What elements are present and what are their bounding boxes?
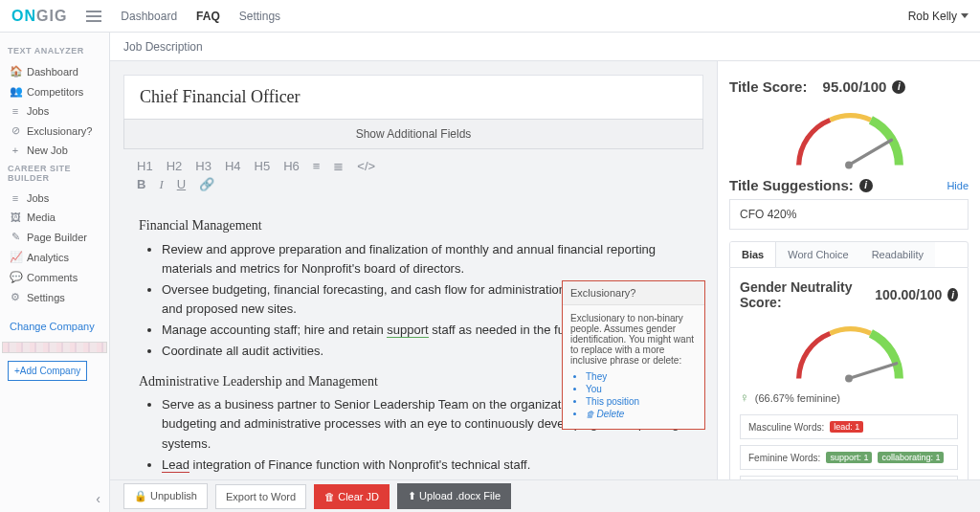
- clear-jd-button[interactable]: 🗑 Clear JD: [314, 484, 390, 509]
- masculine-words-row: Masculine Words: lead: 1: [740, 414, 958, 439]
- chart-icon: 📈: [10, 251, 21, 263]
- people-icon: 👥: [10, 85, 21, 98]
- title-suggestions-heading: Title Suggestions: i: [729, 177, 873, 193]
- underline-button[interactable]: U: [177, 177, 186, 192]
- gender-neutrality-heading: Gender Neutrality Score: 100.00/100i: [740, 279, 958, 310]
- bold-button[interactable]: B: [137, 177, 145, 192]
- popup-option[interactable]: You: [586, 384, 697, 394]
- sidebar-sec2-title: CAREER SITE BUILDER: [8, 164, 101, 183]
- breadcrumb: Job Description: [110, 33, 980, 61]
- sidebar-jobs-csb[interactable]: ≡Jobs: [8, 189, 101, 208]
- gender-neutrality-gauge: [772, 316, 925, 385]
- sidebar-comments[interactable]: 💬Comments: [8, 267, 101, 287]
- list-item: Review and approve preparation and final…: [162, 240, 688, 278]
- link-button[interactable]: 🔗: [199, 177, 214, 192]
- italic-button[interactable]: I: [159, 177, 163, 192]
- info-icon[interactable]: i: [947, 288, 958, 301]
- pencil-icon: ✎: [10, 231, 21, 243]
- ol-button[interactable]: ≣: [333, 159, 344, 173]
- plus-icon: +: [10, 145, 21, 156]
- upload-docx-button[interactable]: ⬆ Upload .docx File: [397, 483, 511, 509]
- sidebar-new-job[interactable]: +New Job: [8, 141, 101, 160]
- title-score-heading: Title Score: 95.00/100 i: [729, 78, 969, 95]
- list-icon: ≡: [10, 192, 21, 204]
- caret-down-icon: [961, 13, 969, 18]
- user-name: Rob Kelly: [908, 10, 957, 23]
- feminine-percent: ♀ (66.67% feminine): [740, 390, 958, 405]
- image-icon: 🖼: [10, 211, 21, 223]
- unpublish-button[interactable]: 🔒 Unpublish: [123, 483, 208, 509]
- add-company-button[interactable]: +Add Company: [8, 361, 87, 381]
- tab-word-choice[interactable]: Word Choice: [776, 242, 859, 267]
- sidebar-jobs-ta[interactable]: ≡Jobs: [8, 101, 101, 121]
- popup-option[interactable]: They: [586, 371, 697, 382]
- comment-icon: 💬: [10, 271, 21, 283]
- sidebar-exclusionary[interactable]: ⊘Exclusionary?: [8, 121, 101, 141]
- editor-toolbar: H1 H2 H3 H4 H5 H6 ≡ ≣ </>: [123, 149, 703, 173]
- h2-button[interactable]: H2: [167, 159, 183, 173]
- dashboard-icon: 🏠: [10, 65, 21, 78]
- word-tag[interactable]: support: 1: [826, 452, 872, 463]
- nav-dashboard[interactable]: Dashboard: [121, 10, 177, 23]
- word-tag[interactable]: lead: 1: [830, 421, 863, 433]
- feminine-word: support: [387, 323, 428, 338]
- nav-faq[interactable]: FAQ: [196, 10, 220, 23]
- svg-line-3: [849, 364, 897, 379]
- sidebar-dashboard[interactable]: 🏠Dashboard: [8, 61, 101, 81]
- collapse-sidebar-icon[interactable]: ‹: [96, 491, 100, 506]
- tab-bias[interactable]: Bias: [730, 242, 776, 267]
- sidebar-media[interactable]: 🖼Media: [8, 208, 101, 227]
- h5-button[interactable]: H5: [255, 159, 271, 173]
- analysis-panel: Title Score: 95.00/100 i Title Suggestio…: [717, 61, 980, 479]
- code-button[interactable]: </>: [357, 159, 375, 173]
- hamburger-icon[interactable]: [86, 11, 101, 22]
- hide-link[interactable]: Hide: [947, 180, 969, 191]
- action-bar: 🔒 Unpublish Export to Word 🗑 Clear JD ⬆ …: [110, 479, 980, 512]
- section-heading: Financial Management: [139, 215, 688, 236]
- sidebar-settings[interactable]: ⚙Settings: [8, 287, 101, 307]
- title-suggestion-item[interactable]: CFO 420%: [729, 199, 969, 230]
- change-company-link[interactable]: Change Company: [8, 317, 101, 336]
- ban-icon: ⊘: [10, 124, 21, 137]
- info-icon[interactable]: i: [892, 80, 905, 94]
- popup-option[interactable]: This position: [586, 396, 697, 407]
- job-title-field[interactable]: Chief Financial Officer: [123, 75, 703, 120]
- sidebar: TEXT ANALYZER 🏠Dashboard 👥Competitors ≡J…: [0, 33, 110, 512]
- list-icon: ≡: [10, 105, 21, 117]
- sidebar-page-builder[interactable]: ✎Page Builder: [8, 227, 101, 247]
- exclusionary-popup: Exclusionary? Exclusionary to non-binary…: [562, 280, 705, 430]
- popup-delete[interactable]: Delete: [586, 409, 697, 419]
- user-menu[interactable]: Rob Kelly: [908, 10, 969, 23]
- feminine-words-row: Feminine Words: support: 1 collaborating…: [740, 445, 958, 470]
- sidebar-competitors[interactable]: 👥Competitors: [8, 81, 101, 101]
- h1-button[interactable]: H1: [137, 159, 153, 173]
- female-icon: ♀: [740, 390, 749, 405]
- info-icon[interactable]: i: [859, 179, 873, 192]
- word-tag[interactable]: collaborating: 1: [878, 452, 944, 463]
- popup-title: Exclusionary?: [563, 281, 704, 305]
- list-item: Lead integration of Finance function wit…: [162, 456, 688, 475]
- svg-line-1: [849, 140, 892, 165]
- h4-button[interactable]: H4: [225, 159, 241, 173]
- sidebar-analytics[interactable]: 📈Analytics: [8, 247, 101, 267]
- sidebar-sec1-title: TEXT ANALYZER: [8, 46, 101, 56]
- gear-icon: ⚙: [10, 291, 21, 303]
- analysis-tabs: Bias Word Choice Readability: [729, 241, 969, 268]
- ul-button[interactable]: ≡: [313, 159, 321, 173]
- export-word-button[interactable]: Export to Word: [215, 484, 306, 509]
- tab-readability[interactable]: Readability: [860, 242, 935, 267]
- popup-message: Exclusionary to non-binary people. Assum…: [570, 313, 697, 366]
- show-additional-fields-button[interactable]: Show Additional Fields: [123, 119, 703, 149]
- nav-settings[interactable]: Settings: [239, 10, 280, 23]
- h3-button[interactable]: H3: [195, 159, 212, 173]
- masculine-word: Lead: [162, 457, 189, 473]
- h6-button[interactable]: H6: [283, 159, 300, 173]
- title-score-gauge: [772, 102, 925, 171]
- company-selector[interactable]: [2, 342, 107, 353]
- brand-logo: ONGIG: [11, 8, 67, 25]
